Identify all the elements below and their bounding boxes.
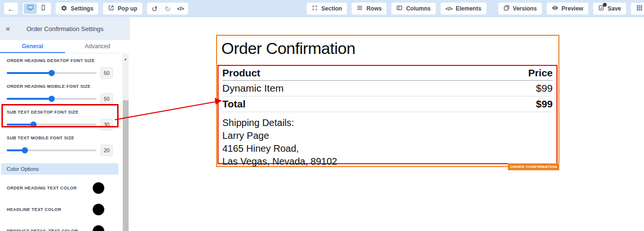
- font-size-slider[interactable]: [7, 98, 97, 100]
- sidebar-header: « Order Confirmation Settings: [0, 17, 130, 40]
- preview-button-label: Preview: [562, 5, 583, 12]
- font-size-slider[interactable]: [7, 149, 97, 151]
- item-price: $99: [536, 83, 553, 94]
- sub-text-desktop-font-size-control: SUB TEXT DESKTOP FONT SIZE 30: [7, 110, 113, 131]
- price-column-header: Price: [528, 67, 553, 79]
- rows-button-label: Rows: [366, 5, 382, 12]
- color-options-header: Color Options: [1, 163, 119, 175]
- total-row: Total $99: [222, 96, 553, 112]
- toolbar-left-group: ← Settings: [4, 2, 188, 15]
- sidebar-scrollbar[interactable]: ▲: [122, 54, 129, 231]
- preview-button[interactable]: Preview: [546, 2, 589, 15]
- color-swatch[interactable]: [93, 182, 104, 194]
- sidebar-title: Order Confirmation Settings: [0, 25, 130, 32]
- item-name: Dynamic Item: [222, 83, 284, 94]
- redo-icon: ↻: [164, 5, 171, 12]
- code-icon: </>: [177, 6, 184, 11]
- back-button[interactable]: ←: [4, 2, 18, 15]
- device-toggle-group: [22, 2, 51, 15]
- shipping-name: Larry Page: [222, 129, 553, 142]
- total-value: $99: [536, 98, 553, 110]
- tab-advanced[interactable]: Advanced: [65, 40, 130, 53]
- columns-icon: [396, 5, 403, 12]
- slider-thumb[interactable]: [31, 122, 37, 128]
- scrollbar-thumb[interactable]: [123, 100, 129, 231]
- shipping-city: Las Vegas, Nevada, 89102: [222, 155, 553, 168]
- undo-icon: ↺: [152, 5, 158, 12]
- table-row: Dynamic Item $99: [222, 81, 553, 96]
- external-link-icon: [108, 5, 114, 12]
- shipping-title: Shipping Details:: [222, 116, 553, 129]
- editor-canvas: Order Confirmation Product Price Dynamic…: [130, 17, 644, 231]
- font-size-slider[interactable]: [7, 124, 97, 126]
- desktop-view-button[interactable]: [24, 3, 37, 14]
- versions-button-label: Versions: [513, 5, 537, 12]
- settings-sidebar: « Order Confirmation Settings General Ad…: [0, 17, 130, 231]
- slider-thumb[interactable]: [49, 96, 55, 102]
- order-heading-mobile-font-size-control: ORDER HEADING MOBILE FONT SIZE 50: [7, 84, 113, 105]
- scrollbar-up-arrow-icon[interactable]: ▲: [122, 57, 129, 61]
- elements-button[interactable]: </> Elements: [440, 2, 487, 15]
- rows-lines-icon: [357, 5, 363, 12]
- versions-layers-icon: [503, 5, 510, 12]
- section-corners-icon: [312, 5, 318, 12]
- rows-button[interactable]: Rows: [351, 2, 387, 15]
- color-label: PRODUCT DETAIL TEXT COLOR: [7, 228, 78, 231]
- slider-thumb[interactable]: [49, 70, 55, 76]
- versions-button[interactable]: Versions: [498, 2, 542, 15]
- color-label: HEADLINE TEXT COLOR: [7, 206, 78, 213]
- color-swatch[interactable]: [93, 225, 104, 231]
- unsaved-changes-dot: [603, 3, 607, 7]
- mobile-phone-icon: [40, 4, 46, 13]
- total-label: Total: [222, 98, 246, 110]
- undo-button[interactable]: ↺: [148, 3, 161, 14]
- collapse-sidebar-button[interactable]: «: [6, 24, 10, 33]
- product-column-header: Product: [222, 67, 260, 79]
- eye-icon: [552, 5, 558, 12]
- columns-button[interactable]: Columns: [391, 2, 436, 15]
- font-size-slider[interactable]: [7, 72, 97, 74]
- section-button[interactable]: Section: [306, 2, 347, 15]
- gears-icon: [61, 5, 67, 13]
- selection-tag: ORDER CONFIRMATION: [508, 163, 559, 170]
- slider-label: ORDER HEADING MOBILE FONT SIZE: [7, 84, 113, 89]
- tab-general[interactable]: General: [0, 40, 65, 53]
- section-button-label: Section: [321, 5, 342, 12]
- app-window: ← Settings: [0, 0, 644, 231]
- order-confirmation-block[interactable]: Order Confirmation Product Price Dynamic…: [216, 35, 559, 167]
- order-table-highlight: Product Price Dynamic Item $99 Total $99…: [218, 65, 557, 164]
- shipping-details: Shipping Details: Larry Page 4165 Hiney …: [222, 112, 553, 168]
- save-icon: [598, 5, 604, 12]
- apps-grid-button[interactable]: [631, 2, 644, 15]
- save-button[interactable]: Save: [593, 2, 626, 15]
- grid-icon: [636, 4, 643, 13]
- popup-button-label: Pop up: [118, 5, 137, 12]
- elements-code-icon: </>: [446, 6, 452, 11]
- order-heading: Order Confirmation: [221, 39, 355, 58]
- slider-thumb[interactable]: [22, 147, 28, 154]
- color-swatch[interactable]: [93, 204, 104, 215]
- desktop-monitor-icon: [27, 4, 34, 13]
- settings-button-label: Settings: [71, 5, 93, 12]
- slider-label: SUB TEXT DESKTOP FONT SIZE: [7, 110, 113, 115]
- table-header-row: Product Price: [222, 66, 553, 81]
- color-label: ORDER HEADING TEXT COLOR: [7, 185, 78, 191]
- settings-button[interactable]: Settings: [55, 2, 98, 15]
- elements-button-label: Elements: [456, 5, 481, 12]
- history-code-group: ↺ ↻ </>: [147, 2, 188, 15]
- product-detail-text-color-row: PRODUCT DETAIL TEXT COLOR: [7, 224, 113, 231]
- slider-value: 50: [100, 93, 113, 105]
- columns-button-label: Columns: [406, 5, 430, 12]
- top-toolbar: ← Settings: [0, 0, 644, 17]
- redo-button[interactable]: ↻: [161, 3, 174, 14]
- mobile-view-button[interactable]: [37, 3, 50, 14]
- slider-value: 20: [100, 145, 113, 156]
- popup-button[interactable]: Pop up: [103, 2, 142, 15]
- sidebar-tabs: General Advanced: [0, 40, 130, 53]
- sidebar-content: ORDER HEADING DESKTOP FONT SIZE 50 ORDER…: [0, 53, 120, 231]
- code-view-button[interactable]: </>: [174, 3, 187, 14]
- sub-text-mobile-font-size-control: SUB TEXT MOBILE FONT SIZE 20: [7, 136, 113, 157]
- slider-value: 50: [100, 67, 113, 79]
- save-button-label: Save: [608, 5, 621, 12]
- slider-label: SUB TEXT MOBILE FONT SIZE: [7, 136, 113, 140]
